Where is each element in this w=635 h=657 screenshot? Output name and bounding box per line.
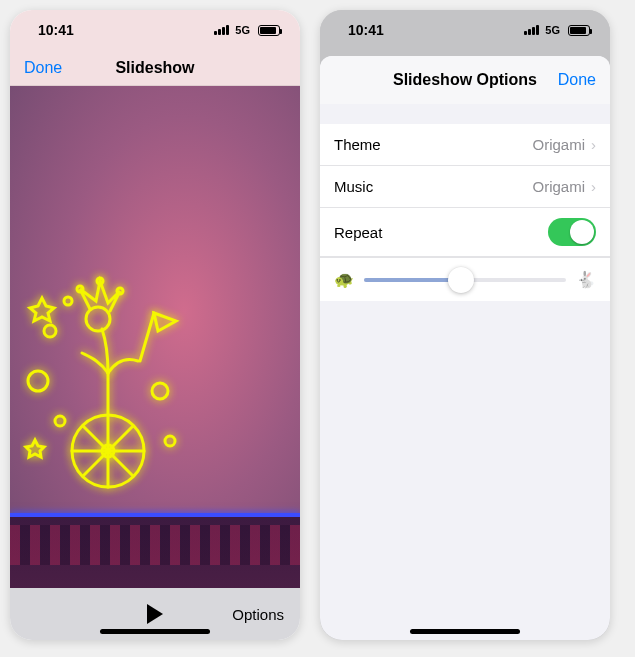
status-time: 10:41: [348, 22, 384, 38]
chevron-right-icon: ›: [591, 178, 596, 195]
repeat-toggle[interactable]: [548, 218, 596, 246]
status-bar: 10:41 5G: [320, 10, 610, 50]
play-button[interactable]: [145, 603, 165, 625]
options-button[interactable]: Options: [232, 606, 284, 623]
status-right: 5G: [524, 24, 590, 36]
page-title: Slideshow: [115, 59, 194, 77]
nav-bar: Done Slideshow: [10, 50, 300, 86]
repeat-label: Repeat: [334, 224, 382, 241]
sheet-title: Slideshow Options: [393, 71, 537, 89]
repeat-row: Repeat: [320, 208, 610, 257]
theme-label: Theme: [334, 136, 381, 153]
status-bar: 10:41 5G: [10, 10, 300, 50]
phone-slideshow: 10:41 5G Done Slideshow: [10, 10, 300, 640]
speed-slider[interactable]: [364, 278, 566, 282]
slideshow-image: [20, 261, 200, 521]
speed-slider-row: 🐢 🐇: [320, 257, 610, 301]
theme-row[interactable]: Theme Origami ›: [320, 124, 610, 166]
home-indicator[interactable]: [100, 629, 210, 634]
svg-point-17: [64, 297, 72, 305]
settings-list: Theme Origami › Music Origami › Repeat: [320, 124, 610, 301]
svg-point-14: [152, 383, 168, 399]
network-label: 5G: [545, 24, 560, 36]
chevron-right-icon: ›: [591, 136, 596, 153]
svg-point-16: [165, 436, 175, 446]
battery-icon: [258, 25, 280, 36]
home-indicator[interactable]: [410, 629, 520, 634]
svg-point-15: [55, 416, 65, 426]
done-button[interactable]: Done: [24, 59, 62, 77]
sheet-header: Slideshow Options Done: [320, 56, 610, 104]
turtle-icon: 🐢: [334, 270, 354, 289]
rabbit-icon: 🐇: [576, 270, 596, 289]
music-label: Music: [334, 178, 373, 195]
status-right: 5G: [214, 24, 280, 36]
theme-value: Origami ›: [532, 136, 596, 153]
battery-icon: [568, 25, 590, 36]
svg-point-12: [44, 325, 56, 337]
options-sheet: Slideshow Options Done Theme Origami › M…: [320, 56, 610, 640]
slider-thumb[interactable]: [448, 267, 474, 293]
phone-options: 10:41 5G Slideshow Options Done Theme Or…: [320, 10, 610, 640]
music-value: Origami ›: [532, 178, 596, 195]
svg-point-7: [86, 307, 110, 331]
svg-line-11: [140, 313, 154, 361]
slideshow-media: [10, 86, 300, 588]
done-button[interactable]: Done: [558, 71, 596, 89]
status-time: 10:41: [38, 22, 74, 38]
stage-floor: [10, 513, 300, 588]
svg-point-13: [28, 371, 48, 391]
network-label: 5G: [235, 24, 250, 36]
signal-icon: [524, 25, 539, 35]
signal-icon: [214, 25, 229, 35]
music-row[interactable]: Music Origami ›: [320, 166, 610, 208]
